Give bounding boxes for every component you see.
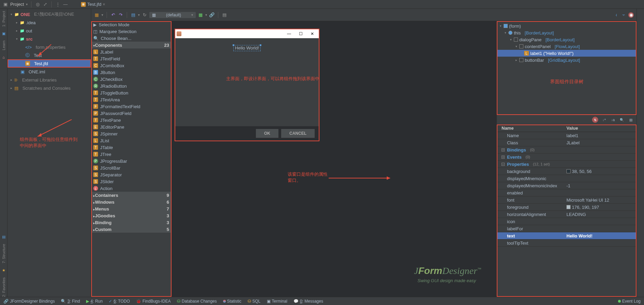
struct-this[interactable]: ▾this [BorderLayout] bbox=[497, 29, 636, 36]
sort-alpha-icon[interactable]: ↓ᴬ bbox=[601, 117, 607, 123]
status-find[interactable]: 🔍3: Find bbox=[61, 299, 80, 304]
more-icon[interactable]: ⋮ bbox=[55, 2, 60, 7]
struct-buttonbar[interactable]: ▸buttonBar [GridBagLayout] bbox=[497, 57, 636, 63]
tree-oneiml[interactable]: ▣ ONE.iml bbox=[8, 68, 91, 76]
struct-contentpanel[interactable]: ▾contentPanel [FlowLayout] bbox=[497, 43, 636, 50]
prop-icon[interactable]: icon bbox=[497, 218, 636, 225]
align-icon[interactable]: ⫞ bbox=[613, 12, 619, 18]
design-frame[interactable]: — ☐ ✕ Hello World! OK CANCEL bbox=[175, 29, 319, 141]
minimize-icon[interactable]: — bbox=[63, 2, 68, 7]
palette-jslider[interactable]: SJSlider bbox=[91, 178, 171, 185]
collapse-icon[interactable]: ⤢ bbox=[42, 2, 48, 7]
search-icon[interactable]: 🔍 bbox=[619, 117, 625, 123]
palette-jbutton[interactable]: BJButton bbox=[91, 69, 171, 76]
struct-dialogpane[interactable]: ▾dialogPane [BorderLayout] bbox=[497, 36, 636, 43]
fav-icon[interactable]: ★ bbox=[2, 268, 5, 273]
close-button[interactable]: ✕ bbox=[307, 31, 317, 36]
settings-icon[interactable]: ▤ bbox=[628, 117, 634, 123]
close-icon[interactable]: × bbox=[103, 2, 105, 7]
status-todo[interactable]: ✓6: TODO bbox=[109, 299, 130, 304]
prop-name[interactable]: Namelabel1 bbox=[497, 132, 636, 139]
palette-jformattedtextfield[interactable]: FJFormattedTextField bbox=[91, 103, 171, 110]
prop-events[interactable]: +Events (0) bbox=[497, 154, 636, 161]
prop-class[interactable]: ClassJLabel bbox=[497, 139, 636, 146]
palette-jlabel[interactable]: LJLabel bbox=[91, 48, 171, 55]
jgoodies-header[interactable]: ▸JGoodies3 bbox=[91, 212, 171, 219]
prop-halign[interactable]: horizontalAlignmentLEADING bbox=[497, 211, 636, 218]
marquee-selection[interactable]: ◫Marquee Selection bbox=[91, 28, 171, 35]
tree-extlibs[interactable]: ▸⊪ External Libraries bbox=[8, 76, 91, 84]
palette-jseparator[interactable]: SJSeparator bbox=[91, 171, 171, 178]
tree-scratches[interactable]: ▸▤ Scratches and Consoles bbox=[8, 84, 91, 92]
status-db[interactable]: ⛁Database Changes bbox=[177, 299, 217, 304]
layout-icon[interactable]: ▤ bbox=[131, 12, 136, 18]
status-msgs[interactable]: 💬0: Messages bbox=[293, 299, 323, 304]
prop-bindings[interactable]: +Bindings (0) bbox=[497, 146, 636, 154]
custom-header[interactable]: ▸Custom5 bbox=[91, 226, 171, 233]
prop-tooltip[interactable]: toolTipText bbox=[497, 239, 636, 247]
target-icon[interactable]: ◎ bbox=[35, 2, 40, 7]
prop-labelfor[interactable]: labelFor bbox=[497, 225, 636, 232]
palette-jtextfield[interactable]: TJTextField bbox=[91, 55, 171, 62]
choose-bean[interactable]: 🔍Choose Bean... bbox=[91, 35, 171, 42]
palette-jpasswordfield[interactable]: PJPasswordField bbox=[91, 110, 171, 117]
status-findbugs[interactable]: 🐞FindBugs-IDEA bbox=[136, 299, 171, 304]
prop-displayedmnemonic[interactable]: displayedMnemonic bbox=[497, 175, 636, 182]
prop-dmi[interactable]: displayedMnemonicIndex-1 bbox=[497, 182, 636, 189]
learn-icon[interactable]: ▣ bbox=[2, 31, 5, 36]
cancel-button[interactable]: CANCEL bbox=[281, 129, 315, 138]
sort-a-icon[interactable]: ↓a bbox=[610, 117, 616, 123]
learn-tool[interactable]: Learn bbox=[2, 41, 6, 50]
project-label[interactable]: Project bbox=[10, 2, 24, 7]
structure-tool[interactable]: 7: Structure bbox=[2, 244, 6, 263]
avatar-icon[interactable]: ◉ bbox=[628, 12, 634, 18]
windows-header[interactable]: ▸Windows6 bbox=[91, 199, 171, 205]
palette-jtextpane[interactable]: TJTextPane bbox=[91, 117, 171, 124]
status-eventlog[interactable]: Event Log bbox=[618, 299, 641, 304]
struct-form[interactable]: ▾(form) bbox=[497, 23, 636, 29]
tree-src[interactable]: ▾src bbox=[8, 35, 91, 43]
prop-enabled[interactable]: enabled bbox=[497, 189, 636, 197]
redo-icon[interactable]: ↷ bbox=[118, 12, 123, 18]
status-stat[interactable]: Statistic bbox=[223, 299, 242, 304]
editor-tab[interactable]: ▦ Test.jfd × bbox=[78, 0, 108, 9]
status-run[interactable]: ▶4: Run bbox=[86, 299, 102, 304]
binding-header[interactable]: ▸Binding3 bbox=[91, 219, 171, 226]
palette-jtogglebutton[interactable]: TJToggleButton bbox=[91, 89, 171, 96]
chevron-down-icon[interactable]: ▾ bbox=[26, 2, 28, 6]
palette-jspinner[interactable]: SJSpinner bbox=[91, 130, 171, 137]
palette-jtable[interactable]: TJTable bbox=[91, 144, 171, 151]
palette-icon[interactable]: ▦ bbox=[94, 12, 99, 18]
palette-jscrollbar[interactable]: SJScrollBar bbox=[91, 164, 171, 171]
favorites-tool[interactable]: 2: Favorites bbox=[2, 277, 6, 297]
undo-icon[interactable]: ↶ bbox=[110, 12, 116, 18]
palette-jcombobox[interactable]: CJComboBox bbox=[91, 62, 171, 69]
maximize-button[interactable]: ☐ bbox=[296, 31, 306, 36]
prop-font[interactable]: fontMicrosoft YaHei UI 12 bbox=[497, 197, 636, 204]
status-term[interactable]: ▣Terminal bbox=[267, 299, 287, 304]
containers-header[interactable]: ▸Containers9 bbox=[91, 192, 171, 199]
tree-root[interactable]: ▾ONE E:\预IDEA项目\ONE bbox=[8, 10, 91, 18]
prop-background[interactable]: background38, 50, 56 bbox=[497, 168, 636, 175]
palette-jtextarea[interactable]: TJTextArea bbox=[91, 96, 171, 103]
palette-jtree[interactable]: TJTree bbox=[91, 151, 171, 158]
colors-icon[interactable]: ▦ bbox=[198, 12, 203, 18]
project-tool[interactable]: 1: Project bbox=[2, 11, 6, 27]
link-icon[interactable]: 🔗 bbox=[209, 12, 215, 18]
align2-icon[interactable]: ⫟ bbox=[621, 12, 626, 18]
palette-jlist[interactable]: LJList bbox=[91, 137, 171, 144]
components-header[interactable]: ▾Components23 bbox=[91, 42, 171, 48]
minimize-button[interactable]: — bbox=[284, 31, 294, 36]
tree-idea[interactable]: ▸.idea bbox=[8, 18, 91, 27]
status-sql[interactable]: ⛁SQL bbox=[248, 299, 261, 304]
selection-mode[interactable]: ▶Selection Mode bbox=[91, 21, 171, 28]
palette-jradiobutton[interactable]: RJRadioButton bbox=[91, 83, 171, 89]
prop-text[interactable]: textHello World! bbox=[497, 232, 636, 239]
palette-jcheckbox[interactable]: CJCheckBox bbox=[91, 76, 171, 83]
struct-label1[interactable]: Llabel1 ("Hello World!") bbox=[497, 50, 636, 57]
prop-properties[interactable]: −Properties (12, 1 set) bbox=[497, 161, 636, 168]
ok-button[interactable]: OK bbox=[256, 129, 278, 138]
grid-icon[interactable]: ▤ bbox=[222, 12, 227, 18]
structure-icon[interactable]: ▤ bbox=[2, 235, 5, 239]
layout-combo[interactable]: ▦(default)▾ bbox=[149, 12, 196, 18]
